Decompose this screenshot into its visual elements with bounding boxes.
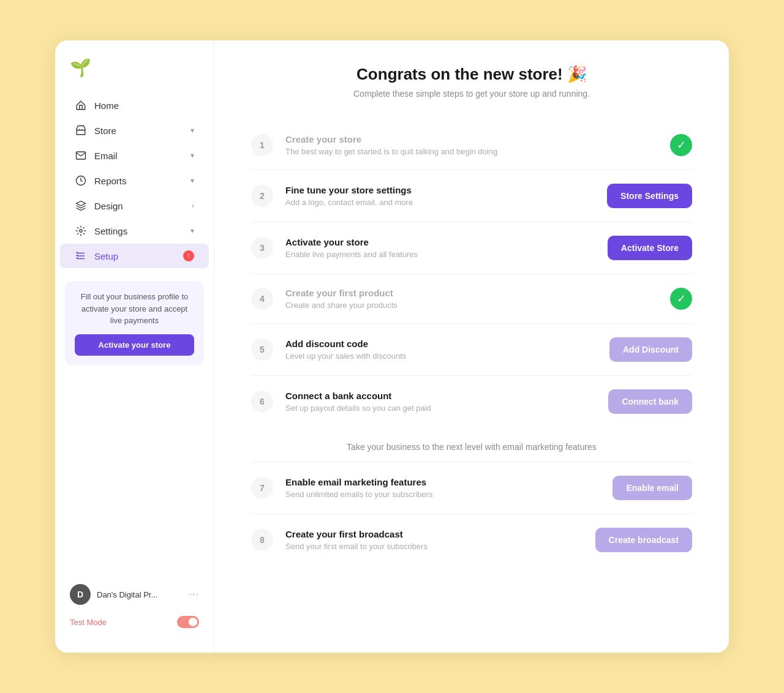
step-number-6: 6 xyxy=(251,391,273,413)
step-title-3: Activate your store xyxy=(285,237,595,247)
step-desc-7: Send unlimited emails to your subscriber… xyxy=(285,490,600,499)
design-icon xyxy=(75,200,87,212)
email-section-divider: Take your business to the next level wit… xyxy=(251,427,692,462)
connect-bank-button[interactable]: Connect bank xyxy=(608,389,692,414)
page-title: Congrats on the new store! 🎉 xyxy=(251,65,692,84)
sidebar-item-design[interactable]: Design › xyxy=(60,193,209,218)
step-number-2: 2 xyxy=(251,185,273,207)
setup-badge: ! xyxy=(183,250,194,261)
sidebar-item-setup[interactable]: Setup ! xyxy=(60,244,209,268)
chevron-right-icon: › xyxy=(192,201,194,210)
chevron-down-icon: ▾ xyxy=(190,151,194,160)
home-icon xyxy=(75,99,87,111)
table-row: 2 Fine tune your store settings Add a lo… xyxy=(251,170,692,222)
step-action-6: Connect bank xyxy=(608,389,692,414)
test-mode-row: Test Mode xyxy=(65,611,204,633)
setup-icon xyxy=(75,250,87,262)
table-row: 5 Add discount code Level up your sales … xyxy=(251,324,692,376)
main-content: Congrats on the new store! 🎉 Complete th… xyxy=(214,40,729,653)
step-desc-5: Level up your sales with discounts xyxy=(285,351,597,361)
page-header: Congrats on the new store! 🎉 Complete th… xyxy=(251,65,692,99)
table-row: 7 Enable email marketing features Send u… xyxy=(251,462,692,514)
promo-text: Fill out your business profile to activa… xyxy=(81,292,189,325)
table-row: 1 Create your store The best way to get … xyxy=(251,121,692,170)
step-check-1: ✓ xyxy=(670,134,692,156)
add-discount-button[interactable]: Add Discount xyxy=(609,337,692,362)
table-row: 8 Create your first broadcast Send your … xyxy=(251,514,692,566)
step-content-1: Create your store The best way to get st… xyxy=(285,134,658,156)
sidebar-item-settings-label: Settings xyxy=(94,226,127,236)
create-broadcast-button[interactable]: Create broadcast xyxy=(595,528,692,552)
step-title-4: Create your first product xyxy=(285,288,658,298)
settings-icon xyxy=(75,225,87,237)
sidebar-item-home[interactable]: Home xyxy=(60,93,209,118)
step-number-7: 7 xyxy=(251,477,273,499)
activate-store-step-button[interactable]: Activate Store xyxy=(608,236,692,260)
step-action-8: Create broadcast xyxy=(595,528,692,552)
main-card: 🌱 Home Store ▾ Ema xyxy=(55,40,729,653)
table-row: 4 Create your first product Create and s… xyxy=(251,274,692,324)
step-action-7: Enable email xyxy=(612,476,692,500)
step-title-1: Create your store xyxy=(285,134,658,144)
step-desc-1: The best way to get started is to quit t… xyxy=(285,147,658,156)
step-desc-6: Set up payout details so you can get pai… xyxy=(285,403,596,413)
step-list: 1 Create your store The best way to get … xyxy=(251,121,692,427)
test-mode-toggle[interactable] xyxy=(177,616,199,628)
sidebar-item-email[interactable]: Email ▾ xyxy=(60,143,209,168)
step-number-1: 1 xyxy=(251,134,273,156)
step-content-6: Connect a bank account Set up payout det… xyxy=(285,391,596,413)
sidebar-item-email-label: Email xyxy=(94,151,118,161)
step-number-8: 8 xyxy=(251,529,273,551)
email-section-label: Take your business to the next level wit… xyxy=(347,442,597,452)
step-desc-4: Create and share your products xyxy=(285,301,658,310)
chevron-down-icon: ▾ xyxy=(190,176,194,185)
step-content-7: Enable email marketing features Send unl… xyxy=(285,477,600,499)
sidebar-item-reports[interactable]: Reports ▾ xyxy=(60,168,209,193)
sidebar-nav: Home Store ▾ Email ▾ xyxy=(55,92,214,269)
email-step-list: 7 Enable email marketing features Send u… xyxy=(251,462,692,566)
step-title-5: Add discount code xyxy=(285,339,597,349)
step-desc-2: Add a logo, contact email, and more xyxy=(285,198,595,207)
step-title-2: Fine tune your store settings xyxy=(285,185,595,195)
svg-point-1 xyxy=(80,230,83,233)
chevron-down-icon: ▾ xyxy=(190,227,194,235)
store-settings-button[interactable]: Store Settings xyxy=(607,184,692,208)
sidebar-item-home-label: Home xyxy=(94,100,119,111)
step-content-8: Create your first broadcast Send your fi… xyxy=(285,529,583,551)
step-content-5: Add discount code Level up your sales wi… xyxy=(285,339,597,361)
user-name: Dan's Digital Pr... xyxy=(97,590,183,599)
sidebar-bottom: D Dan's Digital Pr... ··· Test Mode xyxy=(55,578,214,638)
step-title-7: Enable email marketing features xyxy=(285,477,600,487)
sidebar-item-setup-label: Setup xyxy=(94,251,118,261)
activate-store-button[interactable]: Activate your store xyxy=(75,334,194,356)
sidebar: 🌱 Home Store ▾ Ema xyxy=(55,40,214,653)
sidebar-item-settings[interactable]: Settings ▾ xyxy=(60,219,209,243)
step-action-5: Add Discount xyxy=(609,337,692,362)
sidebar-item-reports-label: Reports xyxy=(94,176,127,186)
step-content-3: Activate your store Enable live payments… xyxy=(285,237,595,259)
sidebar-item-store[interactable]: Store ▾ xyxy=(60,118,209,143)
table-row: 3 Activate your store Enable live paymen… xyxy=(251,222,692,274)
more-icon[interactable]: ··· xyxy=(189,589,199,600)
step-desc-8: Send your first email to your subscriber… xyxy=(285,542,583,551)
avatar: D xyxy=(70,584,91,605)
page-subtitle: Complete these simple steps to get your … xyxy=(251,89,692,99)
chevron-down-icon: ▾ xyxy=(190,126,194,135)
step-title-8: Create your first broadcast xyxy=(285,529,583,539)
step-number-5: 5 xyxy=(251,339,273,361)
enable-email-button[interactable]: Enable email xyxy=(612,476,692,500)
store-icon xyxy=(75,124,87,137)
step-action-3: Activate Store xyxy=(608,236,692,260)
step-title-6: Connect a bank account xyxy=(285,391,596,401)
step-number-3: 3 xyxy=(251,237,273,259)
email-icon xyxy=(75,149,87,162)
sidebar-item-design-label: Design xyxy=(94,201,123,211)
reports-icon xyxy=(75,174,87,187)
user-row[interactable]: D Dan's Digital Pr... ··· xyxy=(65,578,204,611)
table-row: 6 Connect a bank account Set up payout d… xyxy=(251,376,692,427)
sidebar-item-store-label: Store xyxy=(94,125,116,136)
step-action-2: Store Settings xyxy=(607,184,692,208)
logo: 🌱 xyxy=(55,58,214,92)
step-content-2: Fine tune your store settings Add a logo… xyxy=(285,185,595,207)
test-mode-label: Test Mode xyxy=(70,618,107,627)
